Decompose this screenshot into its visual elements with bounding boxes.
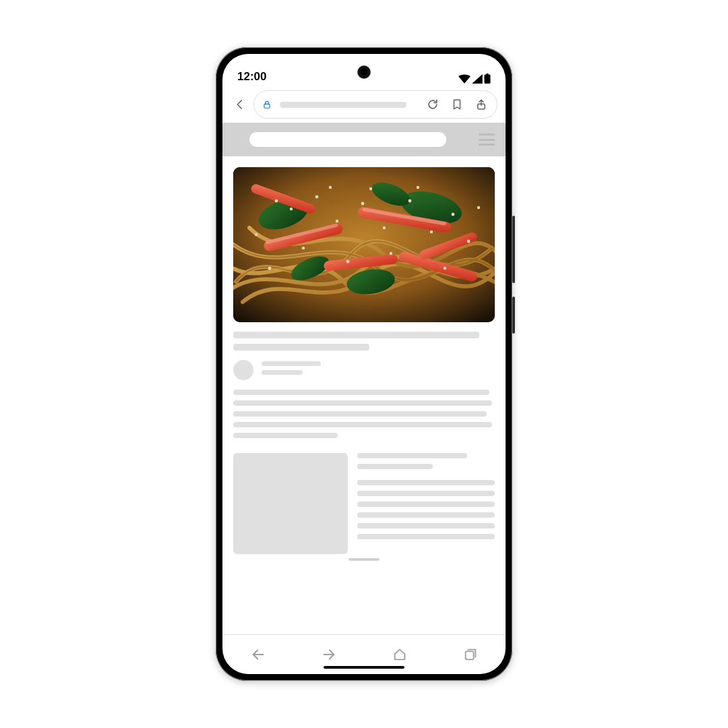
related-card xyxy=(222,444,506,554)
hero-image[interactable] xyxy=(233,167,495,322)
volume-button xyxy=(512,216,515,283)
food-photo xyxy=(233,167,495,322)
hamburger-icon xyxy=(479,133,495,135)
svg-rect-2 xyxy=(264,104,270,108)
nav-back-button[interactable] xyxy=(241,640,276,669)
wifi-icon xyxy=(458,74,471,84)
chevron-left-icon xyxy=(234,98,246,111)
tabs-icon xyxy=(463,647,478,662)
hamburger-menu[interactable] xyxy=(479,133,495,146)
arrow-left-icon xyxy=(251,647,266,662)
power-button xyxy=(512,297,515,334)
bookmark-icon xyxy=(451,98,463,111)
status-time: 12:00 xyxy=(237,70,266,84)
author-row xyxy=(222,356,506,380)
bookmark-button[interactable] xyxy=(450,97,464,112)
battery-icon xyxy=(484,73,491,84)
svg-rect-38 xyxy=(233,167,495,322)
browser-toolbar xyxy=(222,86,506,123)
author-avatar[interactable] xyxy=(233,360,253,380)
card-image-placeholder[interactable] xyxy=(233,453,348,554)
reload-icon xyxy=(426,98,439,111)
home-icon xyxy=(392,647,407,662)
phone-screen: 12:00 xyxy=(222,54,506,674)
url-placeholder xyxy=(280,102,406,108)
cellular-icon xyxy=(472,74,483,84)
phone-frame: 12:00 xyxy=(216,47,512,681)
nav-home-button[interactable] xyxy=(382,640,417,669)
scroll-indicator xyxy=(348,558,380,561)
nav-tabs-button[interactable] xyxy=(453,640,488,669)
svg-rect-39 xyxy=(465,651,473,659)
nav-forward-button[interactable] xyxy=(311,640,346,669)
status-indicators xyxy=(458,73,491,84)
lock-icon xyxy=(262,100,272,109)
arrow-right-icon xyxy=(322,647,336,662)
svg-rect-1 xyxy=(487,73,489,75)
title-block xyxy=(222,322,506,351)
address-bar[interactable] xyxy=(253,90,497,119)
site-search-placeholder[interactable] xyxy=(249,132,446,147)
site-header xyxy=(222,123,506,156)
web-content[interactable] xyxy=(222,123,506,634)
front-camera xyxy=(358,66,370,78)
paragraph-block xyxy=(222,380,506,438)
share-button[interactable] xyxy=(474,97,489,112)
back-button[interactable] xyxy=(231,95,249,114)
reload-button[interactable] xyxy=(425,97,440,112)
svg-rect-0 xyxy=(485,75,491,84)
share-icon xyxy=(475,98,487,111)
gesture-bar[interactable] xyxy=(324,666,404,669)
